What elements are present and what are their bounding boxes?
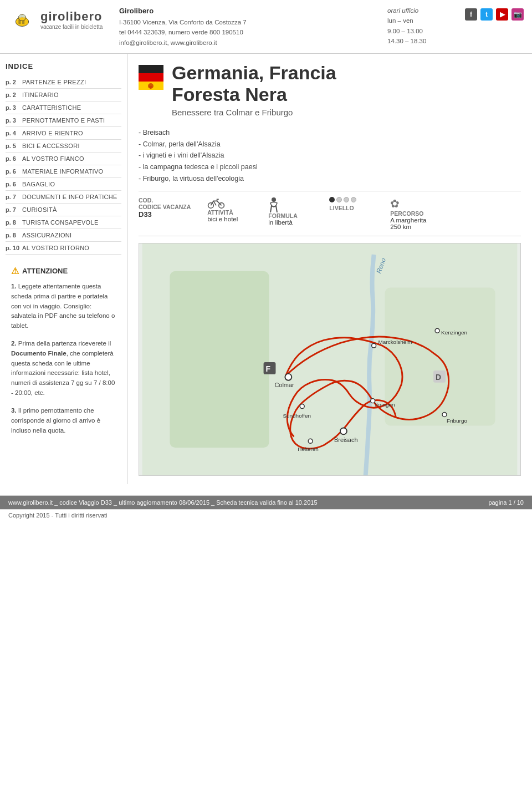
content-header: Germania, Francia Foresta Nera Benessere…: [139, 62, 521, 123]
activity-label: Attività: [207, 209, 233, 216]
svg-point-22: [300, 404, 304, 409]
bullet-5: - Friburgo, la virtuosa dell'ecologia: [139, 173, 521, 185]
page-num-curiosita: p. 7: [6, 206, 22, 213]
page-num-materiale: p. 6: [6, 168, 22, 175]
logo-subtitle: vacanze facili in bicicletta: [40, 24, 103, 30]
sidebar-item-turista[interactable]: p. 8 TURISTA CONSAPEVOLE: [6, 216, 121, 229]
logo-text: girolibero vacanze facili in bicicletta: [40, 9, 103, 30]
dot-2: [336, 197, 342, 202]
page-num-fianco: p. 6: [6, 155, 22, 162]
label-assicurazioni: ASSICURAZIONI: [22, 232, 121, 238]
sidebar-title: INDICE: [6, 62, 121, 70]
svg-rect-18: [170, 271, 269, 448]
page-num-bagaglio: p. 6: [6, 181, 22, 187]
footer-bar-text: www.girolibero.it _ codice Viaggio D33 _…: [8, 499, 318, 506]
svg-text:D: D: [436, 373, 441, 382]
route-map: Colmar Sundhoffen Breisach Heiteren Ihri…: [139, 243, 520, 475]
page-header: girolibero vacanze facili in bicicletta …: [0, 0, 532, 54]
attention-item-2: 2. Prima della partenza riceverete il Do…: [11, 339, 116, 398]
sidebar-item-caratteristiche[interactable]: p. 3 CARATTERISTICHE: [6, 101, 121, 114]
svg-text:Sundhoffen: Sundhoffen: [283, 413, 311, 419]
logo-bee-icon: [8, 6, 36, 33]
svg-text:Kenzingen: Kenzingen: [441, 329, 467, 336]
attention-title: ATTENZIONE: [22, 267, 68, 275]
youtube-icon[interactable]: ▶: [496, 8, 508, 21]
svg-point-26: [308, 439, 313, 444]
bullet-3: - i vigneti e i vini dell'Alsazia: [139, 150, 521, 161]
formula-value: in libertà: [268, 219, 292, 226]
orari-line2: 9.00 – 13.00: [387, 26, 465, 36]
map-area: Colmar Sundhoffen Breisach Heiteren Ihri…: [139, 243, 521, 476]
page-num-partenze: p. 2: [6, 79, 22, 85]
svg-point-32: [435, 329, 439, 333]
header-contact: Girolibero I-36100 Vicenza, Via Conforto…: [108, 6, 387, 48]
label-arrivo: ARRIVO E RIENTRO: [22, 130, 121, 136]
level-item: Livello: [329, 197, 374, 211]
twitter-icon[interactable]: t: [480, 8, 493, 21]
svg-point-34: [442, 413, 447, 417]
page-num-bici: p. 5: [6, 143, 22, 149]
person-icon: [268, 197, 279, 212]
label-partenze: PARTENZE E PREZZI: [22, 79, 121, 85]
company-name: Girolibero: [119, 6, 376, 17]
bullet-1: - Breisach: [139, 127, 521, 139]
logo-area: girolibero vacanze facili in bicicletta: [8, 6, 108, 33]
svg-text:Heiteren: Heiteren: [298, 446, 319, 452]
sidebar-item-materiale[interactable]: p. 6 MATERIALE INFORMATIVO: [6, 165, 121, 178]
cod-label: COD.: [139, 197, 153, 204]
label-fianco: AL VOSTRO FIANCO: [22, 155, 121, 162]
label-documenti: DOCUMENTI E INFO PRATICHE: [22, 194, 121, 200]
formula-label: Formula: [268, 212, 298, 219]
social-icons: f t ▶ 📷: [465, 6, 524, 21]
level-dots: [329, 197, 356, 202]
dot-4: [351, 197, 356, 202]
facebook-icon[interactable]: f: [465, 8, 477, 21]
logo-title: girolibero: [40, 9, 103, 24]
page-num-arrivo: p. 4: [6, 130, 22, 136]
label-turista: TURISTA CONSAPEVOLE: [22, 219, 121, 226]
svg-point-24: [340, 428, 347, 435]
orari-line3: 14.30 – 18.30: [387, 36, 465, 46]
svg-point-16: [272, 197, 276, 202]
germany-flag-icon: [139, 65, 163, 90]
svg-text:Breisach: Breisach: [334, 437, 358, 444]
percorso-label: Percorso: [390, 210, 423, 217]
svg-point-28: [371, 399, 375, 403]
attention-section: ⚠ ATTENZIONE 1. Leggete attentamente que…: [6, 257, 121, 451]
header-hours: orari ufficio lun – ven 9.00 – 13.00 14.…: [387, 6, 465, 47]
svg-rect-9: [139, 65, 163, 73]
activity-value: bici e hotel: [207, 216, 238, 222]
instagram-icon[interactable]: 📷: [511, 8, 524, 21]
sidebar-item-assicurazioni[interactable]: p. 8 ASSICURAZIONI: [6, 229, 121, 242]
sidebar-item-arrivo[interactable]: p. 4 ARRIVO E RIENTRO: [6, 127, 121, 140]
sidebar-item-itinerario[interactable]: p. 2 ITINERARIO: [6, 89, 121, 101]
sidebar-item-pernottamento[interactable]: p. 3 PERNOTTAMENTO E PASTI: [6, 114, 121, 127]
bullet-list: - Breisach - Colmar, perla dell'Alsazia …: [139, 127, 521, 184]
page-num-assicurazioni: p. 8: [6, 232, 22, 238]
page-num-documenti: p. 7: [6, 194, 22, 200]
sidebar-item-bagaglio[interactable]: p. 6 BAGAGLIO: [6, 178, 121, 191]
label-ritorno: AL VOSTRO RITORNO: [22, 245, 121, 251]
sidebar-item-documenti[interactable]: p. 7 DOCUMENTI E INFO PRATICHE: [6, 191, 121, 204]
sidebar-item-fianco[interactable]: p. 6 AL VOSTRO FIANCO: [6, 153, 121, 165]
label-bagaglio: BAGAGLIO: [22, 181, 121, 187]
sidebar-item-ritorno[interactable]: p. 10 AL VOSTRO RITORNO: [6, 242, 121, 255]
page-num-pernottamento: p. 3: [6, 117, 22, 124]
svg-point-20: [285, 374, 291, 380]
sidebar: INDICE p. 2 PARTENZE E PREZZI p. 2 ITINE…: [0, 54, 127, 484]
address: I-36100 Vicenza, Via Conforto da Costozz…: [119, 17, 376, 27]
sidebar-item-bici[interactable]: p. 5 BICI E ACCESSORI: [6, 140, 121, 153]
svg-text:F: F: [266, 364, 271, 373]
bullet-2: - Colmar, perla dell'Alsazia: [139, 139, 521, 150]
flower-icon: ✿: [390, 197, 400, 210]
orari-line1: lun – ven: [387, 16, 465, 26]
tel: tel 0444 323639, numero verde 800 190510: [119, 27, 376, 37]
main-container: INDICE p. 2 PARTENZE E PREZZI p. 2 ITINE…: [0, 54, 532, 484]
dot-3: [344, 197, 349, 202]
sidebar-item-curiosita[interactable]: p. 7 CURIOSITÀ: [6, 204, 121, 216]
sidebar-item-partenze[interactable]: p. 2 PARTENZE E PREZZI: [6, 76, 121, 89]
main-content: Germania, Francia Foresta Nera Benessere…: [127, 54, 532, 484]
page-num-caratteristiche: p. 3: [6, 104, 22, 111]
cod-value: D33: [139, 210, 152, 219]
copyright-text: Copyright 2015 - Tutti i diritti riserva…: [8, 512, 108, 519]
